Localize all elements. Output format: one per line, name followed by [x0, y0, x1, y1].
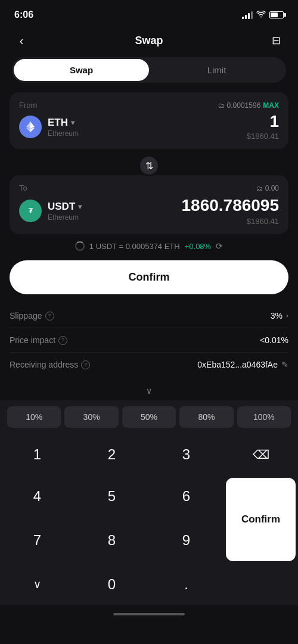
tab-swap[interactable]: Swap: [14, 59, 149, 81]
confirm-button[interactable]: Confirm: [10, 260, 288, 294]
from-amount[interactable]: 1: [247, 113, 279, 130]
numpad: 1 2 3 ⌫ 4 5 6 Confirm 7 8 9 ∨ 0 .: [0, 434, 298, 605]
slippage-arrow-icon: ›: [286, 312, 288, 320]
signal-icon: [242, 11, 253, 19]
price-impact-row: Price impact ? <0.01%: [10, 328, 288, 353]
numpad-decimal[interactable]: .: [149, 564, 224, 605]
to-token-name-wrap: USDT ▾ Ethereum: [48, 201, 82, 222]
tab-limit[interactable]: Limit: [149, 59, 284, 81]
to-card: To 🗂 0.00 ₮ USDT ▾ Ethereum 1860.7860: [10, 175, 288, 234]
numpad-confirm[interactable]: Confirm: [226, 478, 296, 561]
svg-marker-1: [30, 122, 35, 129]
to-token-name[interactable]: USDT ▾: [48, 201, 82, 213]
status-icons: [242, 11, 284, 20]
swap-direction-button[interactable]: ⇅: [138, 155, 160, 176]
to-balance: 🗂 0.00: [256, 184, 279, 192]
numpad-4[interactable]: 4: [0, 475, 74, 517]
slippage-help-icon[interactable]: ?: [45, 312, 54, 321]
pct-30[interactable]: 30%: [64, 406, 118, 428]
svg-marker-0: [26, 122, 30, 129]
price-impact-help-icon[interactable]: ?: [58, 336, 67, 345]
to-token-chevron: ▾: [78, 203, 82, 211]
pct-80[interactable]: 80%: [179, 406, 233, 428]
to-token-row: ₮ USDT ▾ Ethereum 1860.786095 $1860.41: [19, 196, 279, 226]
from-label: From 🗂 0.0001596 MAX: [19, 101, 279, 110]
slippage-value[interactable]: 3% ›: [271, 311, 288, 321]
from-card: From 🗂 0.0001596 MAX ETH ▾ Ethe: [10, 92, 288, 149]
rate-change: +0.08%: [185, 242, 211, 251]
from-amount-wrap: 1 $1860.41: [247, 113, 279, 141]
from-amount-usd: $1860.41: [247, 132, 279, 141]
numpad-3[interactable]: 3: [149, 434, 224, 475]
collapse-row: ∨: [0, 381, 298, 400]
numpad-7[interactable]: 7: [0, 519, 74, 561]
back-button[interactable]: ‹: [12, 31, 31, 50]
collapse-button[interactable]: ∨: [146, 386, 152, 396]
header: ‹ Swap ⊟: [0, 26, 298, 57]
max-button[interactable]: MAX: [263, 101, 279, 110]
numpad-backspace[interactable]: ⌫: [224, 434, 298, 475]
to-label: To 🗂 0.00: [19, 183, 279, 192]
receiving-address-help-icon[interactable]: ?: [81, 360, 90, 369]
from-token-info: ETH ▾ Ethereum: [19, 116, 79, 138]
wifi-icon: [256, 11, 266, 20]
tab-switcher: Swap Limit: [12, 57, 286, 83]
receiving-address-row: Receiving address ? 0xEba152...a0463fAe …: [10, 353, 288, 377]
to-wallet-icon: 🗂: [256, 185, 263, 192]
from-token-name[interactable]: ETH ▾: [48, 117, 79, 129]
numpad-9[interactable]: 9: [149, 519, 224, 561]
rate-text: 1 USDT = 0.0005374 ETH: [89, 242, 180, 251]
wallet-icon: 🗂: [218, 102, 225, 109]
swap-arrow-wrap: ⇅: [0, 155, 298, 176]
from-balance: 🗂 0.0001596 MAX: [218, 101, 279, 110]
numpad-2[interactable]: 2: [74, 434, 149, 475]
numpad-0[interactable]: 0: [74, 564, 149, 605]
price-impact-label: Price impact ?: [10, 335, 67, 345]
price-impact-value: <0.01%: [260, 335, 288, 345]
rate-row: 1 USDT = 0.0005374 ETH +0.08% ⟳: [10, 241, 288, 251]
home-indicator: [0, 605, 298, 623]
status-bar: 6:06: [0, 0, 298, 26]
slippage-row: Slippage ? 3% ›: [10, 304, 288, 328]
from-token-chain: Ethereum: [48, 129, 79, 138]
svg-marker-3: [30, 128, 35, 133]
pct-50[interactable]: 50%: [122, 406, 176, 428]
page-title: Swap: [135, 35, 163, 47]
battery-icon: [269, 11, 284, 18]
receiving-address-label: Receiving address ?: [10, 360, 90, 369]
pct-100[interactable]: 100%: [237, 406, 291, 428]
percentage-row: 10% 30% 50% 80% 100%: [0, 400, 298, 434]
status-time: 6:06: [14, 10, 33, 20]
from-token-name-wrap: ETH ▾ Ethereum: [48, 117, 79, 138]
slippage-label: Slippage ?: [10, 311, 54, 321]
menu-icon[interactable]: ⊟: [267, 31, 286, 50]
to-amount-usd: $1860.41: [181, 217, 279, 226]
eth-logo: [19, 116, 42, 138]
to-amount: 1860.786095: [181, 196, 279, 215]
info-section: Slippage ? 3% › Price impact ? <0.01% Re…: [10, 304, 288, 377]
svg-text:₮: ₮: [29, 207, 33, 214]
usdt-logo: ₮: [19, 200, 42, 222]
rate-spinner-icon: [75, 241, 85, 251]
edit-address-icon[interactable]: ✎: [281, 360, 288, 369]
receiving-address-value: 0xEba152...a0463fAe ✎: [197, 360, 288, 369]
pct-10[interactable]: 10%: [7, 406, 61, 428]
to-token-chain: Ethereum: [48, 213, 82, 222]
home-bar: [113, 613, 185, 615]
numpad-5[interactable]: 5: [74, 475, 149, 517]
to-token-info: ₮ USDT ▾ Ethereum: [19, 200, 82, 222]
numpad-chevron[interactable]: ∨: [0, 564, 74, 605]
from-token-row: ETH ▾ Ethereum 1 $1860.41: [19, 113, 279, 141]
numpad-6[interactable]: 6: [149, 475, 224, 517]
to-amount-wrap: 1860.786095 $1860.41: [181, 196, 279, 226]
rate-refresh-icon[interactable]: ⟳: [216, 241, 223, 251]
from-token-chevron: ▾: [71, 119, 74, 127]
svg-marker-2: [26, 128, 30, 133]
numpad-8[interactable]: 8: [74, 519, 149, 561]
numpad-1[interactable]: 1: [0, 434, 74, 475]
